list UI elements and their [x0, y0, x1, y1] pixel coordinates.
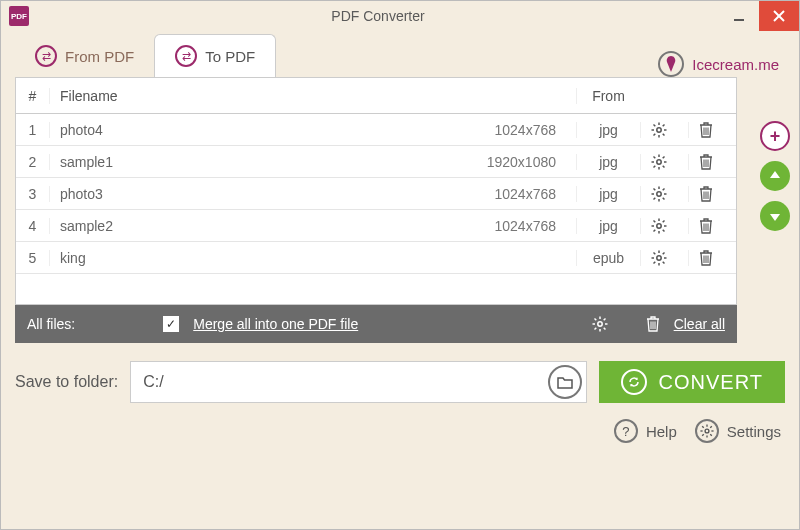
- footer-settings-icon[interactable]: [592, 316, 608, 332]
- svg-line-58: [654, 261, 656, 263]
- all-files-label: All files:: [27, 316, 75, 332]
- svg-line-45: [663, 229, 665, 231]
- merge-checkbox[interactable]: ✓: [163, 316, 179, 332]
- settings-button[interactable]: Settings: [695, 419, 781, 443]
- trash-icon: [699, 218, 726, 234]
- row-num: 3: [16, 186, 50, 202]
- trash-icon: [699, 250, 726, 266]
- svg-line-70: [594, 328, 596, 330]
- app-window: PDF PDF Converter ⇄ From PDF ⇄ To PDF Ic…: [0, 0, 800, 530]
- trash-icon: [699, 154, 726, 170]
- brand-label: Icecream.me: [692, 56, 779, 73]
- table-body: 1photo41024x768jpg2sample11920x1080jpg3p…: [16, 114, 736, 274]
- trash-icon: [699, 122, 726, 138]
- tab-from-pdf[interactable]: ⇄ From PDF: [15, 35, 154, 77]
- gear-icon: [651, 218, 678, 234]
- browse-folder-button[interactable]: [548, 365, 582, 399]
- tab-label: To PDF: [205, 48, 255, 65]
- row-filename: king: [50, 250, 576, 266]
- merge-link[interactable]: Merge all into one PDF file: [193, 316, 358, 332]
- svg-line-23: [663, 156, 665, 158]
- tab-label: From PDF: [65, 48, 134, 65]
- footer-trash-icon[interactable]: [646, 316, 660, 332]
- help-button[interactable]: ? Help: [614, 419, 677, 443]
- table-row[interactable]: 2sample11920x1080jpg: [16, 146, 736, 178]
- save-label: Save to folder:: [15, 373, 118, 391]
- svg-line-59: [663, 252, 665, 254]
- row-delete-button[interactable]: [688, 122, 736, 138]
- save-path-input[interactable]: C:/: [130, 361, 586, 403]
- svg-line-68: [594, 319, 596, 321]
- tab-to-pdf[interactable]: ⇄ To PDF: [154, 34, 276, 77]
- file-table: # Filename From 1photo41024x768jpg2sampl…: [15, 77, 737, 305]
- svg-line-47: [663, 220, 665, 222]
- table-row[interactable]: 3photo31024x768jpg: [16, 178, 736, 210]
- row-filename: photo41024x768: [50, 122, 576, 138]
- col-from: From: [576, 88, 640, 104]
- convert-button[interactable]: CONVERT: [599, 361, 785, 403]
- row-from: jpg: [576, 154, 640, 170]
- table-row[interactable]: 5kingepub: [16, 242, 736, 274]
- row-num: 2: [16, 154, 50, 170]
- row-delete-button[interactable]: [688, 250, 736, 266]
- row-settings-button[interactable]: [640, 122, 688, 138]
- gear-icon: [651, 186, 678, 202]
- gear-icon: [651, 250, 678, 266]
- row-settings-button[interactable]: [640, 186, 688, 202]
- row-from: epub: [576, 250, 640, 266]
- svg-line-9: [663, 133, 665, 135]
- move-up-button[interactable]: [760, 161, 790, 191]
- svg-line-71: [603, 319, 605, 321]
- table-header: # Filename From: [16, 78, 736, 114]
- settings-label: Settings: [727, 423, 781, 440]
- table-row[interactable]: 1photo41024x768jpg: [16, 114, 736, 146]
- svg-line-11: [663, 124, 665, 126]
- brand-link[interactable]: Icecream.me: [658, 51, 785, 77]
- tabs-row: ⇄ From PDF ⇄ To PDF Icecream.me: [1, 31, 799, 77]
- row-filename: sample11920x1080: [50, 154, 576, 170]
- svg-point-63: [597, 322, 601, 326]
- icecream-icon: [658, 51, 684, 77]
- trash-icon: [699, 186, 726, 202]
- row-settings-button[interactable]: [640, 250, 688, 266]
- minimize-button[interactable]: [719, 1, 759, 31]
- svg-line-80: [702, 426, 704, 428]
- gear-icon: [651, 154, 678, 170]
- window-title: PDF Converter: [37, 8, 719, 24]
- svg-line-81: [710, 434, 712, 436]
- svg-line-57: [663, 261, 665, 263]
- svg-point-27: [657, 191, 661, 195]
- add-file-button[interactable]: +: [760, 121, 790, 151]
- side-buttons: +: [751, 77, 799, 343]
- close-button[interactable]: [759, 1, 799, 31]
- col-num: #: [16, 88, 50, 104]
- clear-all-link[interactable]: Clear all: [674, 316, 725, 332]
- table-row[interactable]: 4sample21024x768jpg: [16, 210, 736, 242]
- svg-line-8: [654, 124, 656, 126]
- svg-line-21: [663, 165, 665, 167]
- row-delete-button[interactable]: [688, 218, 736, 234]
- to-pdf-icon: ⇄: [175, 45, 197, 67]
- svg-line-69: [603, 328, 605, 330]
- row-num: 5: [16, 250, 50, 266]
- svg-point-51: [657, 255, 661, 259]
- app-icon: PDF: [9, 6, 29, 26]
- help-label: Help: [646, 423, 677, 440]
- row-num: 4: [16, 218, 50, 234]
- save-path-value: C:/: [143, 373, 547, 391]
- svg-line-32: [654, 188, 656, 190]
- row-delete-button[interactable]: [688, 154, 736, 170]
- row-num: 1: [16, 122, 50, 138]
- from-pdf-icon: ⇄: [35, 45, 57, 67]
- row-settings-button[interactable]: [640, 218, 688, 234]
- help-icon: ?: [614, 419, 638, 443]
- row-settings-button[interactable]: [640, 154, 688, 170]
- row-from: jpg: [576, 218, 640, 234]
- row-from: jpg: [576, 122, 640, 138]
- svg-line-83: [710, 426, 712, 428]
- gear-icon: [651, 122, 678, 138]
- move-down-button[interactable]: [760, 201, 790, 231]
- convert-icon: [621, 369, 647, 395]
- row-delete-button[interactable]: [688, 186, 736, 202]
- titlebar: PDF PDF Converter: [1, 1, 799, 31]
